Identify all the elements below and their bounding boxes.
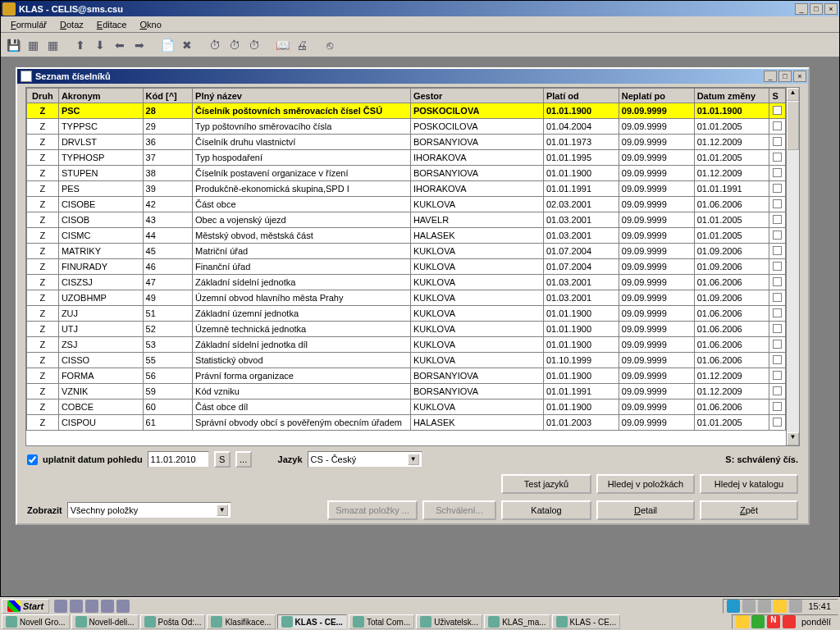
table-row[interactable]: ZZSJ53Základní sídelní jednotka dílKUKLO… — [27, 337, 786, 353]
scroll-track[interactable] — [787, 101, 799, 432]
table-row[interactable]: ZFORMA56Právní forma organizaceBORSANYIO… — [27, 368, 786, 384]
table-row[interactable]: ZSTUPEN38Číselník postavení organizace v… — [27, 166, 786, 181]
table-row[interactable]: ZCISPOU61Správní obvody obcí s pověřeným… — [27, 415, 786, 431]
tray-icon[interactable] — [774, 600, 787, 613]
row-checkbox[interactable] — [773, 262, 782, 271]
table-row[interactable]: ZCISZSJ47Základní sídelní jednotkaKUKLOV… — [27, 275, 786, 290]
row-checkbox[interactable] — [773, 231, 782, 240]
tool-down-icon[interactable]: ⬇ — [91, 36, 109, 54]
ql-icon[interactable] — [101, 600, 114, 613]
taskbar-task[interactable]: Pošta Od:... — [140, 614, 206, 629]
test-jazyku-button[interactable]: Test jazyků — [501, 474, 591, 494]
row-checkbox[interactable] — [773, 121, 782, 130]
start-button[interactable]: Start — [2, 599, 49, 614]
table-row[interactable]: ZCISOB43Obec a vojenský újezdHAVELR01.03… — [27, 212, 786, 228]
taskbar-task[interactable]: Total Com... — [349, 614, 414, 629]
row-checkbox[interactable] — [773, 168, 782, 177]
table-row[interactable]: ZMATRIKY45Matriční úřadKUKLOVA01.07.2004… — [27, 244, 786, 259]
hledej-polozky-button[interactable]: Hledej v položkách — [596, 474, 695, 494]
row-checkbox[interactable] — [773, 324, 782, 333]
taskbar-task[interactable]: KLAS_ma... — [484, 614, 550, 629]
tray-icon[interactable] — [789, 600, 802, 613]
tool-copy2-icon[interactable]: ▦ — [43, 36, 62, 54]
hledej-katalog-button[interactable]: Hledej v katalogu — [700, 474, 798, 494]
row-checkbox[interactable] — [773, 418, 782, 427]
table-row[interactable]: ZTYPHOSP37Typ hospodařeníIHORAKOVA01.01.… — [27, 150, 786, 166]
tray-icon[interactable] — [783, 615, 796, 628]
table-row[interactable]: ZCISMC44Městský obvod, městská částHALAS… — [27, 228, 786, 244]
taskbar-task[interactable]: Novell-deli... — [71, 614, 139, 629]
table-row[interactable]: ZCOBCE60Část obce dílKUKLOVA01.01.190009… — [27, 399, 786, 415]
row-checkbox[interactable] — [773, 184, 782, 193]
zobrazit-combo[interactable]: Všechny položky ▼ — [67, 502, 231, 518]
dots-button[interactable]: ... — [235, 451, 252, 468]
row-checkbox[interactable] — [773, 340, 782, 349]
tray-icon[interactable] — [751, 615, 765, 628]
minimize-button[interactable]: _ — [795, 3, 808, 15]
jazyk-combo[interactable]: CS - Český ▼ — [308, 451, 422, 468]
row-checkbox[interactable] — [773, 199, 782, 208]
maximize-button[interactable]: □ — [810, 3, 823, 15]
menu-editace[interactable]: Editace — [90, 18, 134, 31]
table-row[interactable]: ZFINURADY46Finanční úřadKUKLOVA01.07.200… — [27, 259, 786, 275]
table-row[interactable]: ZCISSO55Statistický obvodKUKLOVA01.10.19… — [27, 353, 786, 368]
tray-icon[interactable] — [758, 600, 771, 613]
datum-input[interactable] — [148, 451, 209, 468]
menu-dotaz[interactable]: Dotaz — [53, 18, 90, 31]
row-checkbox[interactable] — [773, 402, 782, 411]
tray-icon[interactable] — [727, 600, 740, 613]
taskbar-task[interactable]: KLAS - CE... — [277, 614, 347, 629]
tool-print-icon[interactable]: 🖨 — [293, 36, 311, 54]
inner-close-button[interactable]: × — [793, 71, 806, 82]
row-checkbox[interactable] — [773, 246, 782, 255]
vertical-scrollbar[interactable]: ▲ ▼ — [786, 88, 799, 445]
col-gestor[interactable]: Gestor — [410, 89, 543, 103]
table-row[interactable]: ZUTJ52Územně technická jednotkaKUKLOVA01… — [27, 322, 786, 337]
inner-minimize-button[interactable]: _ — [764, 71, 777, 82]
taskbar-task[interactable]: Klasifikace... — [207, 614, 275, 629]
s-button[interactable]: S — [214, 451, 231, 468]
tool-timer3-icon[interactable]: ⏱ — [245, 36, 263, 54]
row-checkbox[interactable] — [773, 386, 782, 395]
tool-copy1-icon[interactable]: ▦ — [24, 36, 42, 54]
inner-maximize-button[interactable]: □ — [778, 71, 792, 82]
col-nazev[interactable]: Plný název — [193, 89, 411, 103]
row-checkbox[interactable] — [773, 106, 782, 115]
tool-save-icon[interactable]: 💾 — [4, 36, 22, 54]
menu-okno[interactable]: Okno — [133, 18, 167, 31]
col-zmena[interactable]: Datum změny — [694, 89, 769, 103]
row-checkbox[interactable] — [773, 293, 782, 302]
row-checkbox[interactable] — [773, 137, 782, 146]
tray-icon[interactable] — [742, 600, 756, 613]
col-akronym[interactable]: Akronym — [58, 89, 143, 103]
row-checkbox[interactable] — [773, 308, 782, 317]
col-druh[interactable]: Druh — [27, 89, 59, 103]
taskbar-task[interactable]: Novell Gro... — [2, 614, 70, 629]
tool-exit-icon[interactable]: ⎋ — [321, 36, 339, 54]
ql-icon[interactable] — [70, 600, 83, 613]
table-row[interactable]: ZDRVLST36Číselník druhu vlastnictvíBORSA… — [27, 135, 786, 150]
taskbar-task[interactable]: Uživatelsk... — [416, 614, 482, 629]
col-plati[interactable]: Platí od — [543, 89, 619, 103]
scroll-up-icon[interactable]: ▲ — [787, 88, 799, 101]
ql-icon[interactable] — [85, 600, 98, 613]
table-row[interactable]: ZUZOBHMP49Územní obvod hlavního města Pr… — [27, 290, 786, 306]
table-row[interactable]: ZVZNIK59Kód vznikuBORSANYIOVA01.01.19910… — [27, 384, 786, 399]
row-checkbox[interactable] — [773, 277, 782, 286]
close-button[interactable]: × — [824, 3, 838, 15]
ql-icon[interactable] — [54, 600, 67, 613]
scroll-thumb[interactable] — [787, 101, 799, 150]
table-row[interactable]: ZCISOBE42Část obceKUKLOVA02.03.200109.09… — [27, 197, 786, 212]
zpet-button[interactable]: Zpět — [700, 500, 798, 520]
tool-right-icon[interactable]: ➡ — [130, 36, 148, 54]
detail-button[interactable]: Detail — [596, 500, 695, 520]
tool-timer1-icon[interactable]: ⏱ — [206, 36, 224, 54]
data-table[interactable]: Druh Akronym Kód [^] Plný název Gestor P… — [26, 88, 786, 431]
row-checkbox[interactable] — [773, 153, 782, 162]
ql-icon[interactable] — [116, 600, 130, 613]
taskbar-task[interactable]: KLAS - CE... — [552, 614, 621, 629]
col-kod[interactable]: Kód [^] — [143, 89, 193, 103]
menu-formular[interactable]: Formulář — [4, 18, 53, 31]
table-row[interactable]: ZPSC28Číselník poštovních směrovacích čí… — [27, 103, 786, 119]
tray-icon[interactable]: N — [767, 615, 780, 628]
